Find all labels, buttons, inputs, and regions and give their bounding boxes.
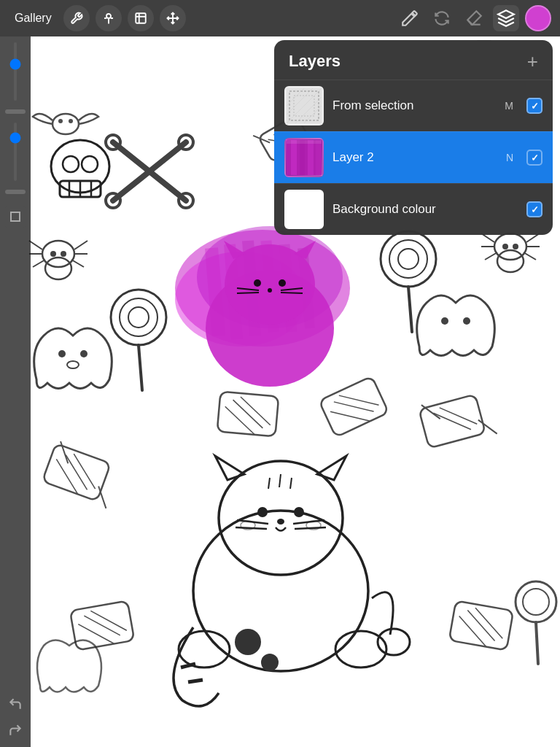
layer-checkbox-from-selection[interactable] xyxy=(526,98,542,114)
redo-button[interactable] xyxy=(4,719,26,741)
undo-button[interactable] xyxy=(4,693,26,715)
brush-tool-button[interactable] xyxy=(397,5,423,31)
svg-point-37 xyxy=(58,350,66,357)
layers-panel: Layers + From selection M xyxy=(274,40,553,235)
selection-button[interactable] xyxy=(128,5,154,31)
layers-title: Layers xyxy=(289,52,341,71)
svg-point-52 xyxy=(50,251,56,257)
svg-point-15 xyxy=(279,279,286,287)
eraser-tool-button[interactable] xyxy=(461,5,487,31)
layer-row-layer2[interactable]: Layer 2 N xyxy=(274,131,553,183)
svg-point-74 xyxy=(257,507,268,517)
svg-line-20 xyxy=(281,293,303,293)
opacity-slider[interactable] xyxy=(14,123,17,181)
svg-marker-130 xyxy=(498,10,514,18)
svg-rect-141 xyxy=(291,140,297,175)
wrench-button[interactable] xyxy=(63,5,90,31)
gallery-button[interactable]: Gallery xyxy=(9,9,58,28)
svg-point-62 xyxy=(502,244,508,249)
svg-point-35 xyxy=(58,119,63,123)
layer-row-background-colour[interactable]: Background colour xyxy=(274,183,553,235)
layer-thumb-layer2 xyxy=(284,138,324,177)
layer-name-layer2: Layer 2 xyxy=(332,150,497,165)
layer-mode-layer2: N xyxy=(506,152,513,163)
svg-point-53 xyxy=(61,251,66,257)
svg-point-14 xyxy=(254,279,261,287)
color-picker-button[interactable] xyxy=(525,5,551,31)
svg-point-36 xyxy=(69,119,73,123)
svg-point-69 xyxy=(463,317,470,325)
adjustments-button[interactable] xyxy=(96,5,122,31)
layer-row-from-selection[interactable]: From selection M xyxy=(274,80,553,131)
brush-size-slider[interactable] xyxy=(14,42,17,101)
top-toolbar: Gallery xyxy=(0,0,560,36)
svg-rect-145 xyxy=(287,140,322,144)
svg-rect-131 xyxy=(11,212,20,221)
svg-rect-144 xyxy=(316,140,321,175)
svg-rect-142 xyxy=(300,140,305,175)
layer-name-from-selection: From selection xyxy=(332,98,496,113)
svg-point-92 xyxy=(261,654,279,671)
layers-add-button[interactable]: + xyxy=(527,52,538,71)
smudge-tool-button[interactable] xyxy=(429,5,455,31)
svg-line-18 xyxy=(237,293,259,293)
opacity-slider-container xyxy=(2,123,28,181)
svg-point-16 xyxy=(268,288,272,293)
svg-rect-143 xyxy=(308,140,314,175)
svg-point-91 xyxy=(235,629,261,655)
transform-button[interactable] xyxy=(160,5,186,31)
layers-header: Layers + xyxy=(274,40,553,80)
brush-size-slider-container xyxy=(2,42,28,101)
svg-point-68 xyxy=(441,317,448,325)
layers-button[interactable] xyxy=(493,5,519,31)
sidebar-divider-2 xyxy=(5,190,26,194)
layer-checkbox-layer2[interactable] xyxy=(526,150,542,166)
svg-point-38 xyxy=(80,350,88,357)
svg-line-90 xyxy=(188,680,203,682)
layer-thumb-background-colour xyxy=(284,190,324,229)
svg-point-75 xyxy=(294,507,304,517)
layer-thumb-from-selection xyxy=(284,86,324,125)
svg-point-78 xyxy=(277,519,284,525)
svg-rect-146 xyxy=(287,192,322,227)
svg-point-63 xyxy=(513,244,518,249)
layer-mode-from-selection: M xyxy=(505,100,513,112)
layer-name-background-colour: Background colour xyxy=(332,202,505,217)
layer-checkbox-background-colour[interactable] xyxy=(526,201,542,217)
left-sidebar xyxy=(0,36,31,747)
sidebar-divider xyxy=(5,109,26,114)
layers-panel-pointer xyxy=(477,40,491,41)
color-fill-button[interactable] xyxy=(4,206,26,228)
